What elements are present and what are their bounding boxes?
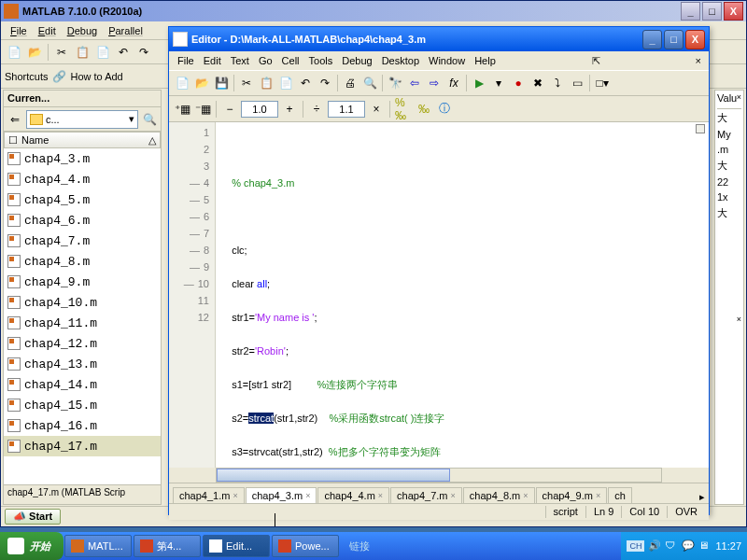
open-icon[interactable]: 📂: [192, 74, 211, 92]
paste-icon[interactable]: 📄: [93, 43, 112, 62]
file-item[interactable]: chap4_12.m: [4, 333, 161, 354]
file-item[interactable]: chap4_6.m: [4, 210, 161, 231]
code-text[interactable]: % chap4_3.m clc; clear all; str1='My nam…: [216, 122, 709, 468]
editor-titlebar[interactable]: Editor - D:\Mark-ALL-MATLAB\chap4\chap4_…: [169, 27, 709, 51]
close-button[interactable]: X: [685, 30, 705, 49]
pct-icon[interactable]: %‰: [394, 100, 413, 119]
tray-icon[interactable]: 🖥: [698, 539, 712, 553]
start-button[interactable]: 📣 Start: [5, 509, 61, 525]
redo-icon[interactable]: ↷: [134, 43, 153, 62]
clear-bp-icon[interactable]: ✖: [529, 74, 547, 92]
menu-debug[interactable]: Debug: [337, 53, 376, 68]
layout-icon[interactable]: □▾: [593, 74, 612, 92]
clock[interactable]: 11:27: [715, 540, 741, 552]
language-indicator[interactable]: CH: [627, 540, 644, 552]
breakpoint-icon[interactable]: ●: [509, 74, 528, 92]
shortcuts-label[interactable]: Shortcuts: [5, 71, 48, 82]
taskbar-item[interactable]: MATL...: [64, 535, 132, 557]
message-bar[interactable]: [696, 122, 707, 468]
menu-desktop[interactable]: Desktop: [377, 53, 424, 68]
close-tab-icon[interactable]: ×: [692, 55, 705, 66]
menu-text[interactable]: Text: [226, 53, 254, 68]
paste-icon[interactable]: 📄: [276, 74, 295, 92]
times-icon[interactable]: ×: [367, 100, 386, 119]
code-editor[interactable]: 1 2 3 —4 —5 —6 —7 —8 —9 —10 11 12 % chap…: [169, 122, 709, 468]
copy-icon[interactable]: 📋: [73, 43, 92, 62]
folder-path-box[interactable]: c... ▾: [26, 110, 138, 129]
column-header[interactable]: ☐ Name △: [4, 132, 161, 148]
ws-item[interactable]: .m: [717, 142, 741, 157]
run-dropdown-icon[interactable]: ▾: [489, 74, 508, 92]
new-icon[interactable]: 📄: [173, 74, 191, 92]
shortcut-icon[interactable]: 🔗: [49, 67, 68, 86]
menu-edit[interactable]: Edit: [33, 23, 62, 38]
maximize-button[interactable]: □: [702, 2, 722, 21]
find-icon[interactable]: 🔍: [360, 74, 379, 92]
close-icon[interactable]: ×: [737, 92, 741, 102]
info-icon[interactable]: ⓘ: [435, 100, 454, 119]
menu-file[interactable]: File: [5, 23, 33, 38]
ws-item[interactable]: 大: [717, 204, 741, 222]
ws-item[interactable]: 1x: [717, 189, 741, 204]
new-icon[interactable]: 📄: [5, 43, 23, 62]
copy-icon[interactable]: 📋: [257, 74, 275, 92]
file-item[interactable]: chap4_17.m: [4, 436, 161, 456]
file-item[interactable]: chap4_5.m: [4, 189, 161, 210]
ws-item[interactable]: 大: [717, 157, 741, 175]
menu-debug[interactable]: Debug: [62, 23, 103, 38]
binoculars-icon[interactable]: 🔭: [386, 74, 404, 92]
undo-icon[interactable]: ↶: [114, 43, 133, 62]
step-icon[interactable]: ⤵: [548, 74, 567, 92]
search-icon[interactable]: 🔍: [140, 110, 159, 129]
howtoadd-label[interactable]: How to Add: [70, 71, 122, 82]
tray-icon[interactable]: 💬: [682, 539, 695, 553]
taskbar-item[interactable]: Edit...: [203, 535, 270, 557]
file-item[interactable]: chap4_16.m: [4, 415, 161, 436]
file-item[interactable]: chap4_4.m: [4, 169, 161, 189]
menu-cell[interactable]: Cell: [277, 53, 304, 68]
menu-parallel[interactable]: Parallel: [103, 23, 148, 38]
run-icon[interactable]: ▶: [470, 74, 488, 92]
stack-icon[interactable]: ▭: [568, 74, 586, 92]
close-icon[interactable]: ×: [737, 315, 741, 324]
close-button[interactable]: X: [724, 2, 743, 21]
links-label[interactable]: 链接: [340, 539, 379, 553]
minus-icon[interactable]: −: [220, 100, 239, 119]
file-item[interactable]: chap4_10.m: [4, 292, 161, 313]
pct2-icon[interactable]: ‰: [415, 100, 433, 119]
ws-item[interactable]: 大: [717, 109, 741, 127]
file-item[interactable]: chap4_9.m: [4, 272, 161, 292]
file-item[interactable]: chap4_7.m: [4, 231, 161, 251]
open-icon[interactable]: 📂: [25, 43, 44, 62]
cell-minus-icon[interactable]: ⁻▦: [193, 100, 212, 119]
file-item[interactable]: chap4_15.m: [4, 395, 161, 415]
save-icon[interactable]: 💾: [212, 74, 231, 92]
file-item[interactable]: chap4_11.m: [4, 313, 161, 333]
file-item[interactable]: chap4_13.m: [4, 354, 161, 374]
menu-window[interactable]: Window: [424, 53, 470, 68]
menu-file[interactable]: File: [173, 53, 199, 68]
multiplier-input[interactable]: [328, 101, 365, 118]
divide-icon[interactable]: ÷: [307, 100, 326, 119]
ws-item[interactable]: My: [717, 127, 741, 142]
menu-help[interactable]: Help: [470, 53, 500, 68]
print-icon[interactable]: 🖨: [341, 74, 359, 92]
back-icon[interactable]: ⇐: [6, 110, 24, 129]
menu-edit[interactable]: Edit: [199, 53, 226, 68]
cut-icon[interactable]: ✂: [237, 74, 256, 92]
forward-icon[interactable]: ⇨: [425, 74, 444, 92]
horizontal-scrollbar[interactable]: [216, 468, 662, 483]
file-list[interactable]: chap4_3.m chap4_4.m chap4_5.m chap4_6.m …: [4, 148, 161, 484]
system-tray[interactable]: CH 🔊 🛡 💬 🖥 11:27: [621, 532, 747, 560]
dock-icon[interactable]: ⇱: [588, 55, 604, 67]
plus-icon[interactable]: +: [280, 100, 299, 119]
file-item[interactable]: chap4_3.m: [4, 148, 161, 169]
minimize-button[interactable]: _: [642, 30, 662, 49]
tray-icon[interactable]: 🔊: [648, 539, 661, 553]
maximize-button[interactable]: □: [664, 30, 684, 49]
ws-item[interactable]: 22: [717, 175, 741, 189]
tray-icon[interactable]: 🛡: [665, 539, 678, 553]
menu-tools[interactable]: Tools: [304, 53, 338, 68]
back-icon[interactable]: ⇦: [405, 74, 424, 92]
fx-icon[interactable]: fx: [444, 74, 463, 92]
